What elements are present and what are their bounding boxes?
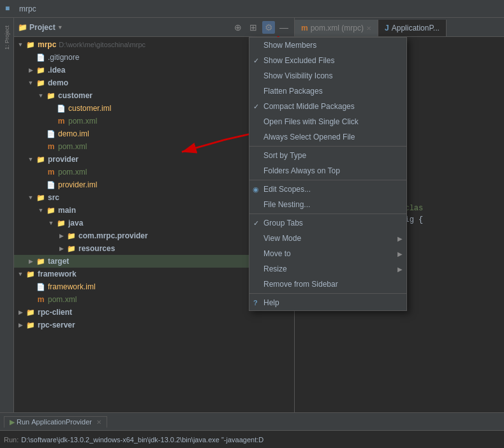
tree-arrow: ▶ — [57, 245, 65, 252]
tree-label: java — [68, 219, 83, 228]
tree-label: com.mrpc.provider — [78, 231, 148, 240]
tree-arrow — [37, 143, 45, 150]
file-icon: 📄 — [36, 52, 46, 62]
tree-label: customer.iml — [68, 104, 111, 113]
tree-arrow — [27, 283, 34, 291]
tab-name-label: ApplicationProvider — [31, 418, 92, 426]
tree-arrow — [37, 130, 45, 138]
tree-label: pom.xml — [48, 295, 77, 304]
menu-item-file-nesting[interactable]: File Nesting... — [249, 197, 406, 212]
folder-icon: 📁 — [26, 269, 36, 279]
menu-item-label: Resize — [263, 264, 287, 273]
settings-toolbar-btn[interactable]: ⚙ — [262, 21, 275, 34]
tab-close-btn[interactable]: ✕ — [366, 25, 371, 32]
tab-close-icon[interactable]: ✕ — [96, 419, 101, 426]
folder-icon: 📁 — [26, 307, 36, 317]
maven-icon: m — [56, 116, 66, 126]
tree-label: provider — [48, 155, 78, 164]
menu-item-label: Help — [263, 298, 279, 307]
run-tab[interactable]: ▶ Run ApplicationProvider ✕ — [4, 416, 107, 428]
tree-item[interactable]: ▶ 📁 rpc-server — [14, 319, 294, 331]
bottom-tabs: ▶ Run ApplicationProvider ✕ — [0, 412, 504, 430]
folder-icon: 📁 — [26, 40, 36, 50]
menu-item-open-single-click[interactable]: Open Files with Single Click — [249, 114, 406, 129]
tree-label: customer — [58, 91, 93, 100]
project-title: 📁 Project ▼ — [18, 23, 63, 32]
submenu-arrow-icon: ▶ — [397, 250, 403, 257]
tree-label: framework.iml — [48, 282, 96, 291]
menu-item-show-excluded[interactable]: Show Excluded Files — [249, 53, 406, 68]
folder-icon: 📁 — [46, 205, 56, 215]
menu-item-flatten-packages[interactable]: Flatten Packages — [249, 83, 406, 99]
menu-item-resize[interactable]: Resize ▶ — [249, 261, 406, 277]
tree-arrow: ▶ — [17, 308, 24, 316]
menu-item-help[interactable]: Help — [249, 295, 406, 310]
menu-item-edit-scopes[interactable]: Edit Scopes... — [249, 182, 406, 197]
tree-arrow — [47, 117, 55, 125]
tree-label: framework — [38, 270, 77, 278]
tree-arrow: ▶ — [27, 66, 34, 74]
menu-item-group-tabs[interactable]: Group Tabs — [249, 215, 406, 231]
menu-item-label: Open Files with Single Click — [263, 117, 359, 126]
menu-item-move-to[interactable]: Move to ▶ — [249, 246, 406, 261]
tree-arrow — [37, 168, 45, 176]
tree-label: pom.xml — [58, 168, 87, 177]
menu-item-label: Move to — [263, 249, 291, 258]
tree-label: src — [48, 193, 59, 202]
tree-label: rpc-client — [38, 308, 72, 317]
menu-item-folders-on-top[interactable]: Folders Always on Top — [249, 163, 406, 178]
menu-item-show-visibility[interactable]: Show Visibility Icons — [249, 68, 406, 83]
app-icon: ■ — [5, 4, 15, 14]
tree-arrow: ▼ — [17, 270, 24, 278]
project-dropdown-icon[interactable]: ▼ — [57, 24, 63, 31]
folder-icon: 📁 — [36, 192, 46, 203]
folder-icon: 📁 — [26, 320, 36, 330]
menu-item-view-mode[interactable]: View Mode ▶ — [249, 231, 406, 246]
tree-label: demo.iml — [58, 129, 89, 138]
submenu-arrow-icon: ▶ — [397, 235, 403, 242]
tree-arrow — [47, 105, 55, 112]
menu-item-label: Always Select Opened File — [263, 133, 355, 141]
tree-label: pom.xml — [58, 142, 87, 151]
tab-pom-xml[interactable]: m pom.xml (mrpc) ✕ — [295, 20, 378, 36]
menu-item-remove-from-sidebar[interactable]: Remove from Sidebar — [249, 277, 406, 292]
minimize-toolbar-btn[interactable]: — — [278, 21, 290, 34]
tree-arrow — [27, 54, 34, 61]
menu-item-label: Folders Always on Top — [263, 166, 340, 175]
maven-icon: m — [36, 294, 46, 305]
main-layout: 1: Project 📁 Project ▼ ⊕ ⊞ ⚙ — ▼ 📁 mrpc — [0, 18, 504, 412]
run-tab-label: Run — [17, 418, 29, 426]
run-label: Run: — [4, 436, 19, 444]
folder-icon: 📁 — [36, 154, 46, 164]
folder-icon: 📁 — [36, 256, 46, 266]
folder-icon: 📁 — [36, 78, 46, 88]
project-toolbar: 📁 Project ▼ ⊕ ⊞ ⚙ — — [14, 18, 294, 37]
file-icon: 📄 — [36, 282, 46, 292]
menu-item-label: Edit Scopes... — [263, 185, 311, 194]
menu-separator — [249, 213, 406, 214]
menu-separator — [249, 293, 406, 294]
menu-item-label: Flatten Packages — [263, 87, 323, 96]
tab-label: ApplicationP... — [392, 24, 440, 33]
tab-application-provider[interactable]: J ApplicationP... — [378, 20, 447, 36]
menu-item-sort-by-type[interactable]: Sort by Type — [249, 148, 406, 163]
tree-label: provider.iml — [58, 180, 97, 189]
menu-item-always-select[interactable]: Always Select Opened File — [249, 129, 406, 145]
menu-item-compact-middle[interactable]: Compact Middle Packages — [249, 99, 406, 114]
menu-item-label: Remove from Sidebar — [263, 280, 338, 289]
menu-separator — [249, 180, 406, 180]
globe-toolbar-btn[interactable]: ⊕ — [232, 21, 244, 34]
tree-label: .idea — [48, 66, 65, 75]
tree-arrow: ▼ — [47, 219, 55, 227]
menu-item-show-members[interactable]: Show Members — [249, 38, 406, 53]
tree-arrow: ▼ — [27, 155, 34, 163]
menu-separator — [249, 146, 406, 147]
tree-label: pom.xml — [68, 117, 97, 126]
tree-arrow: ▼ — [37, 92, 45, 99]
layout-toolbar-btn[interactable]: ⊞ — [247, 21, 260, 34]
editor-tabs: m pom.xml (mrpc) ✕ J ApplicationP... — [295, 18, 504, 37]
java-tab-icon: J — [385, 24, 389, 33]
maven-icon: m — [46, 141, 56, 152]
tree-arrow: ▼ — [17, 41, 24, 48]
sidebar-strip-label: 1: Project — [4, 25, 10, 50]
